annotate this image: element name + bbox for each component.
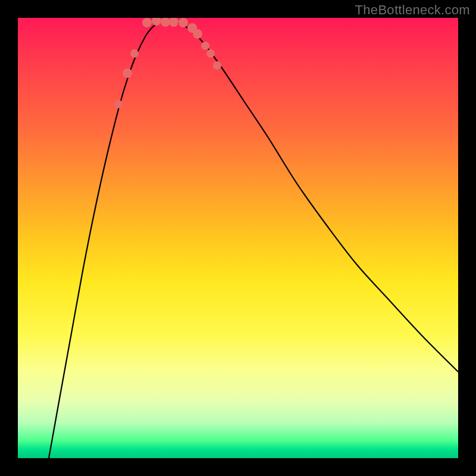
outer-frame: TheBottleneck.com bbox=[0, 0, 476, 476]
bottleneck-curve bbox=[49, 20, 458, 458]
data-marker bbox=[161, 18, 170, 27]
data-marker bbox=[206, 49, 215, 58]
data-marker bbox=[152, 18, 161, 26]
plot-area bbox=[18, 18, 458, 458]
marker-layer bbox=[114, 18, 221, 108]
data-marker bbox=[130, 49, 139, 58]
data-marker bbox=[213, 61, 221, 70]
data-marker bbox=[193, 29, 202, 39]
data-marker bbox=[169, 18, 178, 27]
data-marker bbox=[114, 100, 123, 108]
data-marker bbox=[201, 42, 209, 50]
data-marker bbox=[142, 18, 152, 27]
watermark-text: TheBottleneck.com bbox=[355, 2, 470, 18]
curve-layer bbox=[49, 20, 458, 458]
data-marker bbox=[123, 68, 132, 78]
data-marker bbox=[178, 18, 188, 27]
chart-svg bbox=[18, 18, 458, 458]
